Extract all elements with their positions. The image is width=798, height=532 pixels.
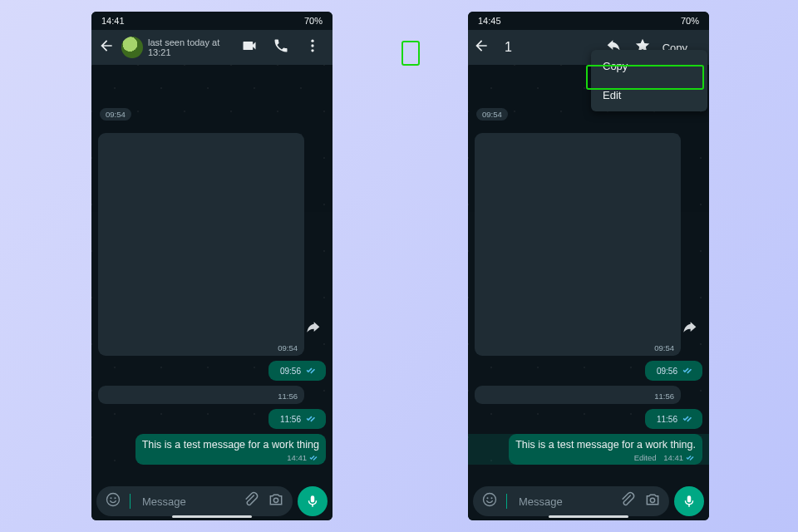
selection-count: 1 bbox=[501, 40, 512, 55]
voice-message-button[interactable] bbox=[298, 486, 328, 516]
message-input[interactable]: Message bbox=[96, 486, 293, 516]
svg-point-3 bbox=[311, 40, 313, 42]
svg-point-14 bbox=[487, 497, 489, 499]
svg-point-8 bbox=[115, 497, 116, 499]
message-text: This is a test message for a work thing bbox=[142, 439, 319, 451]
incoming-media-block[interactable]: 09:54 bbox=[98, 133, 326, 356]
incoming-bubble[interactable]: 11:56 bbox=[475, 386, 702, 404]
date-pill: 09:54 bbox=[100, 108, 131, 121]
back-button[interactable] bbox=[96, 37, 116, 57]
menu-item-edit[interactable]: Edit bbox=[591, 81, 707, 110]
tutorial-highlight-more bbox=[401, 41, 420, 66]
outgoing-bubble[interactable]: 11:56 bbox=[98, 409, 326, 429]
incoming-media-block[interactable]: 09:54 bbox=[475, 133, 702, 356]
forward-icon[interactable] bbox=[304, 319, 321, 339]
chat-appbar: last seen today at 13:21 bbox=[91, 30, 332, 65]
video-call-button[interactable] bbox=[241, 37, 258, 57]
input-placeholder: Message bbox=[519, 495, 611, 508]
svg-point-9 bbox=[273, 498, 278, 502]
chat-area[interactable]: 09:54 09:56 11:56 11:56 This is a test m… bbox=[91, 65, 332, 482]
svg-point-13 bbox=[484, 494, 496, 506]
camera-icon[interactable] bbox=[644, 491, 661, 511]
avatar[interactable] bbox=[121, 37, 143, 58]
home-indicator bbox=[549, 515, 628, 518]
status-bar: 14:45 70% bbox=[468, 12, 709, 30]
tutorial-figure: 14:41 70% last seen today at 13:21 09:5 bbox=[0, 0, 798, 532]
home-indicator bbox=[172, 515, 252, 518]
status-time: 14:41 bbox=[101, 16, 125, 26]
date-pill: 09:54 bbox=[476, 108, 508, 121]
phone-screenshot-right: 14:45 70% 1 Copy 09:54 09:54 Copy bbox=[468, 12, 709, 520]
camera-icon[interactable] bbox=[268, 491, 284, 511]
svg-point-15 bbox=[491, 497, 493, 499]
more-options-button[interactable] bbox=[304, 37, 321, 57]
message-input[interactable]: Message bbox=[473, 486, 669, 516]
message-text: This is a test message for a work thing. bbox=[515, 439, 696, 451]
status-bar: 14:41 70% bbox=[91, 12, 332, 30]
attach-icon[interactable] bbox=[243, 491, 259, 511]
chat-area[interactable]: 09:54 09:56 11:56 11:56 This is a test m… bbox=[468, 65, 709, 482]
svg-point-5 bbox=[311, 49, 313, 52]
svg-point-16 bbox=[650, 498, 654, 502]
input-placeholder: Message bbox=[142, 495, 234, 508]
back-button[interactable] bbox=[473, 37, 490, 57]
svg-point-4 bbox=[311, 44, 313, 47]
svg-point-7 bbox=[111, 497, 112, 499]
status-time: 14:45 bbox=[478, 16, 501, 26]
emoji-icon[interactable] bbox=[481, 491, 498, 511]
contact-header[interactable]: last seen today at 13:21 bbox=[148, 37, 236, 57]
context-menu: Copy Edit bbox=[591, 50, 707, 111]
outgoing-text-bubble-selected[interactable]: This is a test message for a work thing.… bbox=[468, 434, 709, 465]
menu-item-copy[interactable]: Copy bbox=[591, 52, 707, 81]
voice-call-button[interactable] bbox=[273, 37, 289, 57]
incoming-bubble[interactable]: 11:56 bbox=[98, 386, 326, 404]
forward-icon[interactable] bbox=[681, 319, 697, 339]
text-caret bbox=[130, 494, 131, 509]
voice-message-button[interactable] bbox=[674, 486, 704, 516]
outgoing-bubble[interactable]: 09:56 bbox=[475, 361, 702, 381]
battery-text: 70% bbox=[681, 16, 699, 26]
last-seen: last seen today at 13:21 bbox=[148, 37, 236, 57]
outgoing-text-bubble[interactable]: This is a test message for a work thing … bbox=[98, 434, 326, 465]
svg-point-6 bbox=[107, 494, 120, 506]
text-caret bbox=[506, 494, 507, 509]
battery-text: 70% bbox=[304, 16, 323, 26]
phone-screenshot-left: 14:41 70% last seen today at 13:21 09:5 bbox=[91, 12, 332, 520]
emoji-icon[interactable] bbox=[105, 491, 121, 511]
attach-icon[interactable] bbox=[619, 491, 636, 511]
outgoing-bubble[interactable]: 11:56 bbox=[475, 409, 702, 429]
outgoing-bubble[interactable]: 09:56 bbox=[98, 361, 326, 381]
